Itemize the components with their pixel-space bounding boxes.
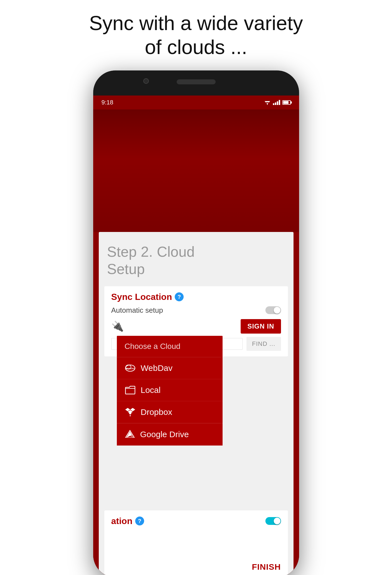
signin-row: 🔌 SIGN IN [111, 319, 281, 334]
auto-setup-row: Automatic setup [111, 306, 281, 315]
wifi-icon [264, 100, 271, 105]
dropdown-item-google-drive[interactable]: Google Drive [117, 423, 223, 446]
dropbox-icon [125, 407, 136, 417]
google-drive-icon [125, 430, 135, 439]
svg-text:WebDAV: WebDAV [126, 367, 135, 370]
signal-bars-icon [273, 100, 280, 105]
webdav-icon: WebDAV [125, 364, 136, 373]
plug-icon: 🔌 [111, 320, 124, 332]
phone-speaker [177, 79, 216, 84]
folder-icon [125, 386, 136, 395]
webdav-label: WebDav [141, 363, 173, 373]
headline: Sync with a wide variety of clouds ... [0, 0, 392, 68]
second-toggle-knob [274, 518, 280, 524]
headline-line2: of clouds ... [145, 36, 247, 58]
google-drive-label: Google Drive [140, 430, 189, 439]
local-label: Local [141, 385, 161, 395]
status-icons [264, 100, 291, 105]
svg-point-3 [267, 104, 268, 105]
cloud-select-area: 🔌 SIGN IN FIND ... Choose a Cloud [111, 319, 281, 351]
auto-setup-label: Automatic setup [111, 306, 163, 315]
toggle-knob [274, 307, 280, 314]
dropdown-item-dropbox[interactable]: Dropbox [117, 401, 223, 423]
second-section-header: ation ? [111, 516, 281, 526]
dropbox-label: Dropbox [141, 407, 172, 417]
second-section: ation ? FINISH [104, 510, 288, 575]
sync-section-header: Sync Location ? [111, 292, 281, 302]
second-toggle[interactable] [265, 517, 281, 525]
app-header-bg [93, 109, 299, 232]
step-title: Step 2. CloudSetup [99, 232, 294, 286]
sync-location-title: Sync Location [111, 292, 172, 302]
sync-location-section: Sync Location ? Automatic setup 🔌 SI [104, 286, 288, 356]
find-button[interactable]: FIND ... [246, 337, 281, 351]
sign-in-button[interactable]: SIGN IN [241, 319, 281, 334]
second-section-help-icon[interactable]: ? [135, 517, 144, 525]
status-time: 9:18 [102, 99, 114, 106]
dropdown-item-local[interactable]: Local [117, 379, 223, 401]
headline-line1: Sync with a wide variety [89, 12, 303, 34]
dropdown-header: Choose a Cloud [117, 336, 223, 357]
phone-camera [143, 78, 149, 84]
sync-location-help-icon[interactable]: ? [175, 292, 184, 301]
dropdown-item-webdav[interactable]: WebDAV WebDav [117, 357, 223, 379]
phone-top-bar [93, 70, 299, 96]
finish-button[interactable]: FINISH [252, 562, 281, 572]
auto-setup-toggle[interactable] [265, 306, 281, 314]
status-bar: 9:18 [93, 96, 299, 109]
cloud-dropdown: Choose a Cloud WebDAV [117, 336, 223, 446]
svg-point-12 [130, 415, 131, 416]
app-screen: Step 2. CloudSetup Sync Location ? Autom… [93, 109, 299, 575]
phone-device: 9:18 [93, 70, 299, 575]
battery-icon [282, 100, 291, 105]
app-card: Step 2. CloudSetup Sync Location ? Autom… [99, 232, 294, 575]
second-section-title-text: ation [111, 516, 132, 526]
